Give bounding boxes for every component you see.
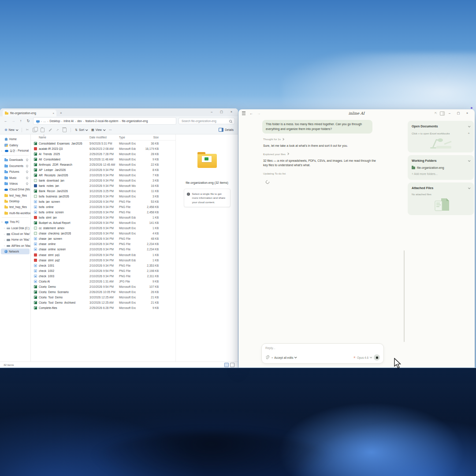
table-row[interactable]: check_10022/10/2026 9:54 PMPNG File2,198… (31, 268, 175, 273)
table-row[interactable]: bofa_online2/10/2026 9:34 PMPNG File2,45… (31, 205, 175, 210)
close-button[interactable]: × (227, 108, 235, 115)
sidebar-item-test-hwp-files[interactable]: test_hwp_files (0, 204, 30, 210)
table-row[interactable]: chase_stmt_pg22/10/2026 9:34 PMMicrosoft… (31, 257, 175, 263)
details-toggle-button[interactable]: Details (219, 128, 234, 132)
explorer-tab[interactable]: file-organization-eng × (3, 110, 56, 116)
back-icon[interactable]: ← (3, 119, 8, 123)
forward-icon[interactable]: → (11, 119, 16, 123)
table-row[interactable]: Cicely_Tool_Demo_Archived3/2/2026 12:25 … (31, 300, 175, 305)
sidebar-item-icloud-drive-mo[interactable]: iCloud Drive (Mo (0, 186, 30, 192)
table-row[interactable]: Complete-files2/25/2026 6:28 PMMicrosoft… (31, 305, 175, 310)
rename-icon[interactable] (49, 128, 52, 131)
table-row[interactable]: Cicely_Tool_Demo3/2/2026 12:25 AMMicroso… (31, 294, 175, 300)
column-name[interactable]: Name (39, 136, 46, 139)
share-icon[interactable]: ⇱ (433, 112, 439, 115)
table-row[interactable]: bofa_jan_screen2/10/2026 9:34 PMPNG File… (31, 199, 175, 205)
table-row[interactable]: chase_stmt_pg12/10/2026 9:34 PMMicrosoft… (31, 252, 175, 257)
sidebar-item-gallery[interactable]: Gallery (0, 142, 30, 148)
table-row[interactable]: chase_checking_jan20262/10/2026 9:34 PMM… (31, 231, 175, 236)
minimize-button[interactable]: – (446, 110, 454, 117)
table-row[interactable]: check_10012/10/2026 9:34 PMPNG File2,353… (31, 263, 175, 268)
sidebar-item-music[interactable]: Music (0, 175, 30, 180)
expand-chevron-icon[interactable]: › (4, 227, 5, 229)
breadcrumb-segment[interactable]: feature-2-local-file-system (86, 119, 119, 123)
share-icon[interactable]: ↗ (56, 128, 59, 132)
reply-composer[interactable]: Reply... » Accept all edits ✳ Opus 4.6 (261, 343, 384, 364)
new-tab-button[interactable]: + (60, 110, 62, 116)
maximize-button[interactable]: ▢ (218, 108, 226, 115)
delete-icon[interactable] (63, 128, 67, 132)
table-row[interactable]: AP_Ledger_Jan20262/10/2026 9:34 PMMicros… (31, 167, 175, 172)
chevron-down-icon[interactable] (468, 125, 471, 127)
table-row[interactable]: Cicely AI2/22/2026 1:31 AMJPG File9 KB (31, 279, 175, 284)
table-row[interactable]: cc_statement_amex2/10/2026 9:34 PMMicros… (31, 226, 175, 231)
table-row[interactable]: chase_online_screen2/10/2026 9:34 PMPNG … (31, 247, 175, 252)
table-row[interactable]: Cicely_Demo2/10/2026 9:54 PMMicrosoft Ex… (31, 284, 175, 289)
reply-input[interactable]: Reply... (265, 346, 380, 350)
sidebar-item-test-hwp-files[interactable]: test_hwp_files (0, 193, 30, 198)
table-row[interactable]: acalab IR 2023 Q36/26/2023 2:08 AMMicros… (31, 146, 175, 151)
expand-chevron-icon[interactable]: › (4, 233, 5, 235)
table-row[interactable]: All_Consolidated5/1/2026 11:48 AMMicroso… (31, 156, 175, 162)
breadcrumb-segment[interactable]: file-organization-eng (122, 119, 148, 123)
breadcrumb-segment[interactable]: … (43, 119, 46, 123)
chevron-down-icon[interactable] (468, 186, 471, 189)
sidebar-item-local-disk-c-[interactable]: ›Local Disk (C:) (0, 225, 30, 231)
sidebar-item-home[interactable]: Home (0, 136, 30, 142)
breadcrumb-segment[interactable]: Desktop (50, 119, 60, 123)
table-row[interactable]: bank_notes_jan2/10/2026 9:34 PMMicrosoft… (31, 183, 175, 188)
expand-chevron-icon[interactable]: › (4, 238, 5, 241)
sidebar-item-home-on-mac-y[interactable]: ›Home on 'Mac' (Y (0, 237, 30, 242)
sort-button[interactable]: ⇅ Sort (75, 128, 87, 132)
column-type[interactable]: Type (119, 136, 125, 139)
sidebar-item-multi-file-workflow[interactable]: multi-file-workflow (0, 210, 30, 216)
sidebar-item-allfiles-on-mac-g[interactable]: ›AllFiles on 'Mac' (G (0, 243, 30, 249)
add-document-button[interactable]: + (468, 131, 470, 135)
expand-chevron-icon[interactable]: › (4, 244, 5, 247)
table-row[interactable]: AR_Receipts_Jan20262/10/2026 9:34 PMMicr… (31, 172, 175, 178)
sidebar-item-downloads[interactable]: Downloads (0, 157, 30, 163)
chevron-down-icon[interactable] (468, 159, 471, 162)
stop-button[interactable] (374, 354, 380, 361)
table-row[interactable]: bofa_stmt_jan2/10/2026 9:34 PMMicrosoft … (31, 215, 175, 220)
table-row[interactable]: Bank_Recon_Jan20263/12/2026 3:25 PMMicro… (31, 188, 175, 193)
sidebar-item-desktop[interactable]: Desktop (0, 198, 30, 204)
menu-icon[interactable] (242, 112, 245, 115)
add-more-folders-button[interactable]: + Add more folders... (412, 172, 470, 175)
accept-all-edits-toggle[interactable]: » Accept all edits (271, 356, 296, 359)
search-input[interactable]: Search file-organization-eng (178, 118, 235, 124)
table-row[interactable]: AI_Trends_20252/25/2026 7:28 PMMicrosoft… (31, 151, 175, 156)
table-row[interactable]: chase_jan_screen2/10/2026 9:34 PMPNG Fil… (31, 236, 175, 242)
sidebar-item-documents[interactable]: Documents (0, 163, 30, 169)
expand-chevron-icon[interactable]: › (1, 149, 3, 152)
table-row[interactable]: Cicely_Demo_Scenario2/26/2026 10:05 PMMi… (31, 289, 175, 294)
table-row[interactable]: Anthropic_ZDR_Research2/25/2026 12:45 AM… (31, 162, 175, 167)
table-row[interactable]: bofa_online_screen2/10/2026 9:34 PMPNG F… (31, 210, 175, 215)
sidebar-toggle-icon[interactable] (440, 112, 445, 115)
sidebar-item-pictures[interactable]: Pictures (0, 169, 30, 175)
tab-close-icon[interactable]: × (52, 112, 54, 115)
details-view-toggle-icon[interactable] (224, 363, 229, 367)
cut-icon[interactable]: ✂ (26, 128, 29, 132)
breadcrumb-segment[interactable]: dev (77, 119, 82, 123)
attach-icon[interactable] (265, 355, 269, 360)
more-options-icon[interactable]: ⋯ (109, 128, 112, 132)
thumbnail-view-toggle-icon[interactable] (230, 363, 234, 367)
column-size[interactable]: Size (137, 136, 159, 139)
model-selector[interactable]: ✳ Opus 4.6 (353, 356, 372, 359)
maximize-button[interactable]: ▢ (454, 110, 462, 117)
sidebar-item--personal[interactable]: ›강건 - Personal (0, 148, 30, 154)
copy-icon[interactable] (33, 128, 37, 132)
working-folder-item[interactable]: file-organization-eng (412, 166, 470, 169)
table-row[interactable]: bank_download_jan2/10/2026 9:34 PMMicros… (31, 178, 175, 183)
thought-toggle[interactable]: Thought for 1s (263, 138, 384, 141)
chat-scrollbar[interactable] (404, 250, 405, 342)
view-button[interactable]: ▦ View (91, 128, 105, 132)
sidebar-item-videos[interactable]: Videos (0, 181, 30, 186)
expand-chevron-icon[interactable]: ˅ (1, 221, 3, 223)
refresh-icon[interactable]: ↻ (26, 119, 31, 123)
explored-files-toggle[interactable]: Explored your files (263, 152, 384, 156)
table-row[interactable]: bofa_business_jan20262/10/2026 9:34 PMMi… (31, 193, 175, 199)
table-row[interactable]: Budget vs. Actual Report2/10/2026 9:34 P… (31, 220, 175, 226)
column-date-modified[interactable]: Date modified (89, 136, 107, 139)
